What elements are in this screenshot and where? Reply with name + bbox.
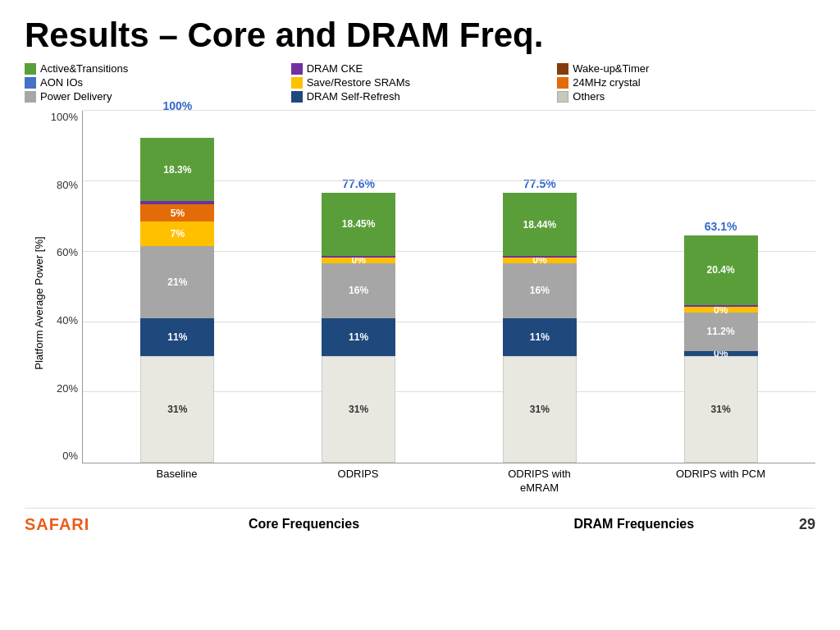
legend-swatch-1 (291, 63, 303, 75)
bar-segment-3-2: 11.2% (684, 313, 758, 351)
bar-0: 31%11%21%7%5%18.3% (140, 115, 214, 463)
bar-segment-1-2: 16% (322, 263, 395, 318)
legend-swatch-4 (291, 77, 303, 89)
bar-segment-2-6: 18.44% (503, 193, 577, 256)
bar-segment-3-5 (684, 305, 758, 307)
legend-item-1: DRAM CKE (291, 62, 550, 75)
page-title: Results – Core and DRAM Freq. (25, 16, 815, 54)
bar-segment-0-2: 21% (140, 246, 214, 318)
bar-total-label-3: 63.1% (705, 220, 737, 233)
x-label-3: ODRIPS with PCM (642, 468, 799, 495)
legend-swatch-3 (25, 77, 36, 89)
bar-segment-3-6: 20.4% (684, 235, 758, 306)
bar-group-3: 63.1%31%0%11.2%0%20.4% (642, 220, 799, 463)
legend-label-1: DRAM CKE (307, 62, 363, 75)
safari-logo: SAFARI (25, 515, 89, 534)
legend-swatch-6 (25, 91, 36, 103)
x-labels: BaselineODRIPSODRIPS with eMRAMODRIPS wi… (82, 463, 815, 495)
bar-segment-1-0: 31% (322, 356, 395, 463)
legend-label-4: Save/Restore SRAMs (307, 76, 410, 89)
y-tick-5: 100% (49, 111, 82, 123)
chart-grid: 0% 20% 40% 60% 80% 100% 100%31%11%21%7%5… (49, 111, 815, 463)
bar-segment-2-5 (503, 256, 577, 258)
legend-item-2: Wake-up&Timer (557, 62, 815, 75)
bar-segment-3-3: 0% (684, 307, 758, 312)
legend-swatch-0 (25, 63, 36, 75)
legend-item-4: Save/Restore SRAMs (291, 76, 550, 89)
bar-segment-1-6: 18.45% (322, 193, 395, 256)
bar-2: 31%11%16%0%18.44% (503, 193, 577, 463)
y-tick-2: 40% (49, 314, 82, 326)
legend-label-5: 24MHz crystal (573, 76, 640, 89)
legend-label-0: Active&Transitions (40, 62, 128, 75)
x-label-1: ODRIPS (280, 468, 436, 495)
legend-swatch-7 (291, 91, 303, 103)
legend: Active&Transitions DRAM CKE Wake-up&Time… (25, 62, 815, 103)
legend-item-3: AON IOs (25, 76, 283, 89)
legend-swatch-2 (557, 63, 568, 75)
bars-container: 100%31%11%21%7%5%18.3%77.6%31%11%16%0%18… (82, 111, 815, 463)
bar-group-1: 77.6%31%11%16%0%18.45% (281, 177, 437, 463)
bar-segment-2-3: 0% (503, 258, 577, 262)
bar-segment-0-6: 18.3% (140, 138, 214, 201)
y-ticks: 0% 20% 40% 60% 80% 100% (49, 111, 82, 463)
bar-segment-1-1: 11% (322, 318, 395, 356)
legend-label-7: DRAM Self-Refresh (307, 90, 400, 103)
footer-col-2: DRAM Frequencies (469, 517, 799, 532)
bar-segment-0-1: 11% (140, 318, 214, 356)
bar-total-label-2: 77.5% (523, 177, 556, 190)
bar-segment-0-7 (140, 115, 214, 138)
chart-inner: 0% 20% 40% 60% 80% 100% 100%31%11%21%7%5… (49, 111, 815, 495)
bar-total-label-1: 77.6% (342, 177, 375, 190)
bar-segment-2-1: 11% (503, 318, 577, 356)
y-tick-1: 20% (49, 382, 82, 395)
legend-label-8: Others (573, 90, 605, 103)
legend-item-7: DRAM Self-Refresh (291, 90, 550, 103)
bar-segment-1-5 (322, 256, 395, 258)
x-label-2: ODRIPS with eMRAM (461, 468, 618, 495)
legend-label-3: AON IOs (40, 76, 83, 89)
bar-segment-3-0: 31% (684, 356, 758, 463)
bar-segment-1-3: 0% (322, 258, 395, 262)
legend-item-0: Active&Transitions (25, 62, 283, 75)
y-axis-label: Platform Average Power [%] (33, 111, 45, 495)
y-tick-4: 80% (49, 179, 82, 191)
footer: SAFARI Core Frequencies DRAM Frequencies… (25, 508, 815, 534)
bar-segment-2-2: 16% (503, 263, 577, 318)
bar-segment-0-5 (140, 201, 214, 204)
bar-group-2: 77.5%31%11%16%0%18.44% (462, 177, 619, 463)
legend-item-5: 24MHz crystal (557, 76, 815, 89)
bar-1: 31%11%16%0%18.45% (322, 193, 395, 463)
legend-swatch-5 (557, 77, 568, 89)
y-tick-3: 60% (49, 246, 82, 258)
x-label-0: Baseline (98, 468, 255, 495)
bar-segment-3-1: 0% (684, 351, 758, 356)
bar-group-0: 100%31%11%21%7%5%18.3% (99, 99, 256, 463)
legend-swatch-8 (557, 91, 568, 103)
legend-label-2: Wake-up&Timer (573, 62, 649, 75)
bar-3: 31%0%11.2%0%20.4% (684, 235, 758, 463)
grid-line-100 (83, 110, 815, 111)
bar-segment-0-0: 31% (140, 356, 214, 463)
bar-segment-0-4: 5% (140, 204, 214, 221)
footer-col-1: Core Frequencies (139, 517, 468, 532)
chart-area: Platform Average Power [%] 0% 20% 40% 60… (33, 111, 815, 495)
y-tick-0: 0% (49, 450, 82, 462)
legend-item-8: Others (557, 90, 815, 103)
page-number: 29 (799, 516, 815, 533)
bar-segment-2-0: 31% (503, 356, 577, 463)
bar-segment-0-3: 7% (140, 221, 214, 245)
